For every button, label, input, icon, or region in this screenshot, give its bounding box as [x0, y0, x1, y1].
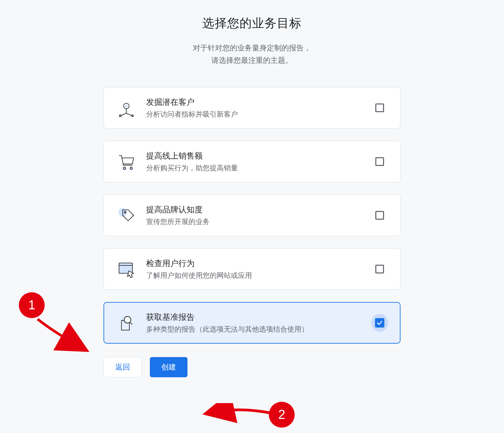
page-subtitle: 对于针对您的业务量身定制的报告， 请选择您最注重的主题。 — [193, 42, 311, 67]
svg-point-15 — [124, 316, 131, 323]
options-list: 发掘潜在客户 分析访问者指标并吸引新客户 提高线上销售额 分析购买行为，助您提高… — [103, 87, 401, 344]
create-button[interactable]: 创建 — [150, 357, 187, 377]
option-desc: 分析购买行为，助您提高销量 — [146, 163, 371, 173]
svg-point-5 — [119, 115, 121, 117]
checkbox[interactable] — [371, 211, 388, 220]
cart-icon — [113, 152, 139, 171]
checkbox-unchecked-icon — [375, 211, 384, 220]
option-text: 提高线上销售额 分析购买行为，助您提高销量 — [139, 150, 371, 173]
browser-cursor-icon — [113, 259, 139, 279]
option-desc: 宣传您所开展的业务 — [146, 217, 371, 226]
svg-point-6 — [131, 115, 133, 117]
option-text: 检查用户行为 了解用户如何使用您的网站或应用 — [139, 258, 371, 280]
option-desc: 了解用户如何使用您的网站或应用 — [146, 271, 371, 280]
checkbox[interactable] — [371, 314, 388, 332]
footer-buttons: 返回 创建 — [103, 357, 401, 377]
option-text: 获取基准报告 多种类型的报告（此选项无法与其他选项结合使用） — [139, 312, 371, 334]
subtitle-line-1: 对于针对您的业务量身定制的报告， — [193, 42, 311, 54]
annotation-badge-2: 2 — [269, 402, 295, 428]
svg-line-16 — [130, 322, 132, 324]
tag-icon — [113, 206, 139, 225]
option-title: 提高品牌认知度 — [146, 204, 371, 215]
option-text: 提高品牌认知度 宣传您所开展的业务 — [139, 204, 371, 226]
checkbox[interactable] — [371, 265, 388, 273]
svg-point-1 — [125, 105, 127, 107]
svg-point-7 — [123, 167, 126, 169]
leads-icon — [113, 98, 139, 118]
svg-point-8 — [130, 167, 132, 169]
checkbox[interactable] — [371, 103, 388, 112]
checkbox-ripple — [371, 314, 388, 332]
option-title: 发掘潜在客户 — [146, 97, 371, 107]
annotation-arrow-2 — [201, 403, 275, 423]
option-text: 发掘潜在客户 分析访问者指标并吸引新客户 — [139, 97, 371, 119]
business-objective-page: 选择您的业务目标 对于针对您的业务量身定制的报告， 请选择您最注重的主题。 发掘… — [0, 0, 504, 377]
option-card-sales[interactable]: 提高线上销售额 分析购买行为，助您提高销量 — [103, 141, 401, 182]
subtitle-line-2: 请选择您最注重的主题。 — [193, 54, 311, 67]
option-card-brand[interactable]: 提高品牌认知度 宣传您所开展的业务 — [103, 194, 401, 236]
checkbox-unchecked-icon — [375, 157, 384, 166]
page-title: 选择您的业务目标 — [202, 15, 302, 32]
back-button[interactable]: 返回 — [103, 357, 142, 377]
report-search-icon — [113, 313, 139, 333]
option-title: 检查用户行为 — [146, 258, 371, 269]
checkbox-checked-icon — [375, 318, 384, 328]
checkbox-unchecked-icon — [375, 103, 384, 112]
option-desc: 分析访问者指标并吸引新客户 — [146, 110, 371, 119]
checkbox[interactable] — [371, 157, 388, 166]
option-title: 提高线上销售额 — [146, 150, 371, 161]
checkbox-unchecked-icon — [375, 265, 384, 273]
option-title: 获取基准报告 — [146, 312, 371, 322]
option-desc: 多种类型的报告（此选项无法与其他选项结合使用） — [146, 324, 371, 334]
option-card-leads[interactable]: 发掘潜在客户 分析访问者指标并吸引新客户 — [103, 87, 401, 129]
option-card-baseline[interactable]: 获取基准报告 多种类型的报告（此选项无法与其他选项结合使用） — [103, 302, 401, 344]
option-card-behavior[interactable]: 检查用户行为 了解用户如何使用您的网站或应用 — [103, 248, 401, 290]
